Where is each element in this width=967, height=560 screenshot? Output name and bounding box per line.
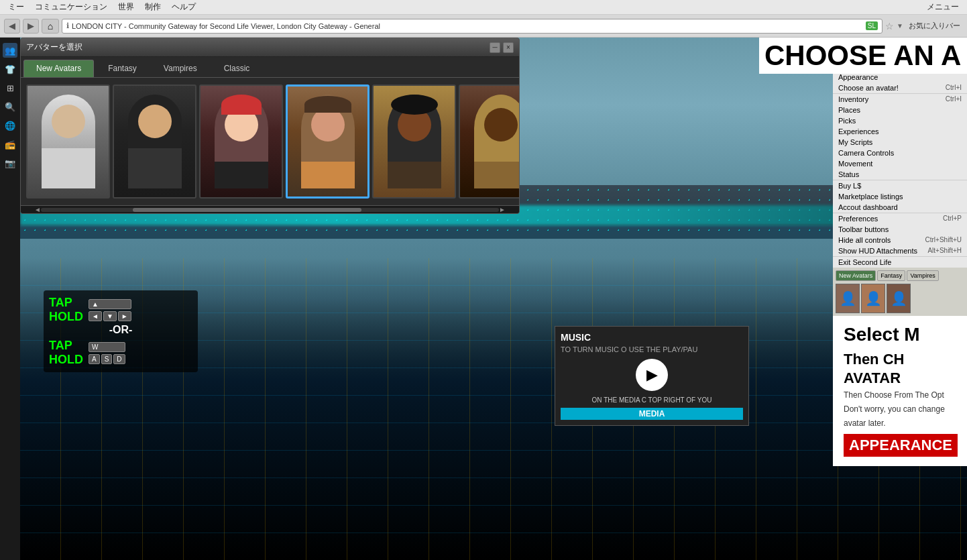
sidebar-icon-radio[interactable]: 📻 [3,137,17,152]
sl-marketplace-label: Marketplace listings [838,192,903,201]
avatar-scroll-bar[interactable]: ◄ ► [21,205,519,213]
hold-text-1: HOLD [49,310,83,324]
sl-mini-menu: Me ProfileCtrl+O Appearance Choose an av… [833,50,967,268]
sl-menu-show-hud[interactable]: Show HUD AttachmentsAlt+Shift+H [833,245,967,256]
home-button[interactable]: ⌂ [42,19,59,34]
sl-menu-preferences[interactable]: PreferencesCtrl+P [833,213,967,224]
mini-avatar-grid: 👤 👤 👤 [836,284,964,313]
or-text-1: -OR- [49,324,192,336]
tab-classic[interactable]: Classic [211,60,263,77]
menubar: ミー コミュニケーション 世界 制作 ヘルプ メニュー [0,0,967,15]
scroll-right-arrow[interactable]: ► [499,206,506,213]
dialog-controls: ─ × [490,42,514,53]
sl-choose-avatar-label: Choose an avatar! [838,84,899,92]
avatar-grid [21,78,519,205]
menu-item-communication[interactable]: コミュニケーション [30,0,113,14]
sl-show-hud-shortcut: Alt+Shift+H [927,247,962,255]
sl-menu-exit[interactable]: Exit Second Life [833,257,967,268]
sl-menu-places[interactable]: Places [833,105,967,115]
url-bar[interactable]: ℹ LONDON CITY - Community Gateway for Se… [62,19,883,34]
sl-menu-choose-avatar[interactable]: Choose an avatar!Ctrl+I [833,82,967,93]
tab-new-avatars[interactable]: New Avatars [23,60,94,77]
sl-menu-marketplace[interactable]: Marketplace listings [833,191,967,202]
url-text: LONDON CITY - Community Gateway for Seco… [72,22,863,30]
sl-menu-buy-l[interactable]: Buy L$ [833,180,967,191]
avatar-later-text: avatar later. [838,418,962,432]
scroll-left-arrow[interactable]: ◄ [34,206,41,213]
sidebar-icon-people[interactable]: 👥 [3,43,17,58]
avatar-card-3[interactable] [199,85,283,199]
sl-hide-controls-shortcut: Ctrl+Shift+U [925,236,962,244]
music-note: TO TURN MUSIC O USE THE PLAY/PAU [561,345,743,353]
music-title: MUSIC [561,332,743,343]
sidebar-icon-clothes[interactable]: 👕 [3,62,17,76]
menu-item-mii[interactable]: ミー [3,0,30,14]
dialog-close-button[interactable]: × [503,42,514,53]
avatar-card-6[interactable] [459,85,520,199]
bookmarks-dropdown-arrow[interactable]: ▼ [897,22,903,30]
mini-avatar-3[interactable]: 👤 [887,284,911,313]
ssl-badge: SL [866,21,878,30]
sl-menu-status[interactable]: Status [833,169,967,180]
tab-vampires[interactable]: Vampires [151,60,210,77]
sl-picks-label: Picks [838,117,856,125]
sidebar-icon-search[interactable]: 🔍 [3,99,17,114]
avatar-card-5[interactable] [372,85,456,199]
choose-an-avatar-header: CHOOSE AN A [759,38,967,74]
sl-menu-movement[interactable]: Movement [833,158,967,169]
avatar-big-heading: AVATAR [838,370,962,390]
menu-item-help[interactable]: ヘルプ [166,0,201,14]
sl-menu-hide-controls[interactable]: Hide all controlsCtrl+Shift+U [833,235,967,245]
hold-text-2: HOLD [49,353,83,367]
sidebar-icon-grid[interactable]: ⊞ [3,80,17,95]
sl-my-scripts-label: My Scripts [838,138,872,146]
sl-choose-avatar-shortcut: Ctrl+I [946,84,962,92]
mini-tab-new[interactable]: New Avatars [836,270,876,281]
mini-tab-fantasy[interactable]: Fantasy [877,270,905,281]
dialog-minimize-button[interactable]: ─ [490,42,500,53]
sl-menu-camera[interactable]: Camera Controls [833,148,967,158]
mini-avatar-tabs: New Avatars Fantasy Vampires [836,270,964,281]
key-right: ► [118,311,131,321]
dialog-tabs: New Avatars Fantasy Vampires Classic [21,57,519,78]
opt-subtext: Then Choose From The Opt [838,390,962,404]
sl-menu-toolbar[interactable]: Toolbar buttons [833,224,967,235]
avatar-chooser-dialog: アバターを選択 ─ × New Avatars Fantasy Vampires… [20,38,520,214]
sidebar-icon-camera[interactable]: 📷 [3,156,17,170]
scroll-thumb[interactable] [133,208,362,212]
bookmark-star-icon[interactable]: ☆ [885,21,894,32]
sl-menu-picks[interactable]: Picks [833,115,967,126]
key-up: ▲ [89,299,131,309]
media-label: MEDIA [561,408,743,420]
mini-tab-vampires[interactable]: Vampires [907,270,938,281]
avatar-card-2[interactable] [113,85,196,199]
sl-toolbar-label: Toolbar buttons [838,225,889,233]
tap-text-2: TAP [49,339,83,353]
mini-avatar-1[interactable]: 👤 [836,284,860,313]
sl-preferences-shortcut: Ctrl+P [943,215,962,223]
browser-bar: ◀ ▶ ⌂ ℹ LONDON CITY - Community Gateway … [0,15,967,38]
avatar-card-1[interactable] [26,85,110,199]
key-a: A [89,354,100,364]
sl-menu-experiences[interactable]: Experiences [833,126,967,137]
mini-avatar-2[interactable]: 👤 [861,284,885,313]
bookmarks-label: お気に入りバー [909,21,960,31]
instruction-panel: Second Life Me ProfileCtrl+O Appearance … [833,38,967,466]
scroll-track[interactable] [41,208,499,212]
sidebar-icon-globe[interactable]: 🌐 [3,118,17,133]
movement-guide: TAP HOLD ▲ ◄ ▼ ► -OR- TAP HOLD [44,290,198,372]
sl-menu-inventory[interactable]: InventoryCtrl+I [833,94,967,105]
sl-exit-label: Exit Second Life [838,258,892,266]
sl-menu-my-scripts[interactable]: My Scripts [833,137,967,148]
forward-button[interactable]: ▶ [23,19,39,34]
tab-fantasy[interactable]: Fantasy [95,60,150,77]
menu-item-world[interactable]: 世界 [113,0,139,14]
back-button[interactable]: ◀ [4,19,20,34]
menu-item-create[interactable]: 制作 [139,0,166,14]
music-play-button[interactable]: ▶ [636,359,668,391]
menubar-right: メニュー [927,1,964,13]
avatar-card-4[interactable] [286,85,369,199]
mini-avatar-chooser: New Avatars Fantasy Vampires 👤 👤 👤 [833,268,967,316]
sl-buy-l-label: Buy L$ [838,182,861,190]
sl-menu-account[interactable]: Accout dashboard [833,202,967,213]
